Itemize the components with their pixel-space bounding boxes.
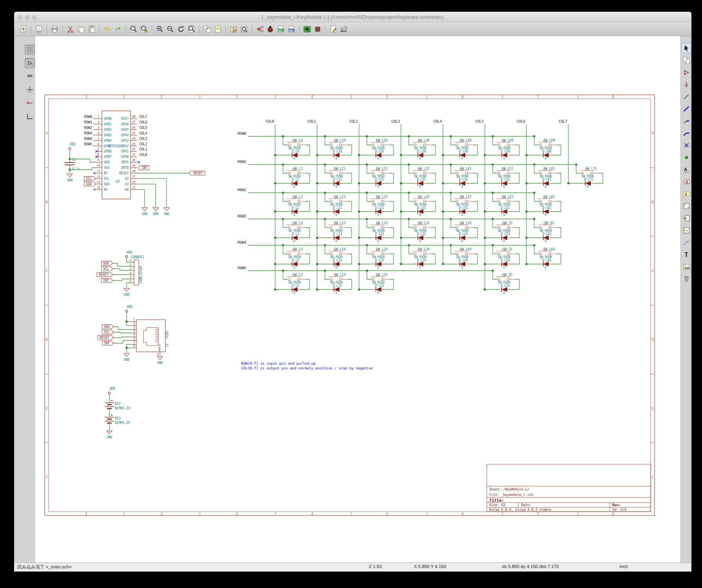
matrix-cell[interactable]: SW_L3SW_PUSHD_L3D bbox=[274, 218, 310, 243]
zoom-redraw-button[interactable] bbox=[176, 24, 186, 34]
tool-delete-item-button[interactable] bbox=[682, 274, 691, 284]
matrix-cell[interactable]: SW_L2SW_PUSHD_L2D bbox=[274, 192, 310, 217]
tool-import-sheet-pin-button[interactable] bbox=[682, 213, 691, 223]
tool-place-bus-button[interactable] bbox=[682, 104, 691, 114]
tool-place-junction-button[interactable] bbox=[682, 152, 691, 162]
zoom-fit-button[interactable] bbox=[186, 24, 197, 34]
matrix-cell[interactable]: SW_L40SW_PUSHD_L40D bbox=[442, 135, 477, 160]
matrix-cell[interactable]: SW_L4SW_PUSHD_L4D bbox=[274, 244, 310, 269]
zoom-in-button[interactable] bbox=[154, 24, 165, 34]
find-replace-button[interactable] bbox=[139, 24, 149, 34]
connector-conbus1[interactable]: VDDCONBUS1CONN_01X06123456SDASCLRESETINT… bbox=[97, 250, 144, 297]
library-edit-button[interactable] bbox=[228, 24, 239, 34]
leave-sheet-button[interactable] bbox=[212, 24, 223, 34]
cut-button[interactable] bbox=[65, 24, 76, 34]
pcbnew-button[interactable] bbox=[302, 24, 312, 34]
matrix-cell[interactable]: SW_L14SW_PUSHD_L14D bbox=[316, 244, 352, 269]
matrix-cell[interactable]: SW_L20SW_PUSHD_L20D bbox=[358, 135, 394, 160]
schematic-canvas[interactable]: 1122334455667788AABBCCDDEEFFU2GPB5MCP230… bbox=[35, 36, 680, 572]
matrix-cell[interactable]: SW_L0SW_PUSHD_L0D bbox=[274, 135, 310, 160]
copy-button[interactable] bbox=[76, 24, 86, 34]
schematic-drawing[interactable]: 1122334455667788AABBCCDDEEFFU2GPB5MCP230… bbox=[35, 36, 680, 572]
units-inch-button[interactable]: In bbox=[25, 58, 35, 68]
bom-button[interactable]: BOM bbox=[286, 24, 297, 34]
zoom-out-button[interactable] bbox=[165, 24, 176, 34]
matrix-cell[interactable]: SW_L41SW_PUSHD_L41D bbox=[442, 163, 477, 188]
matrix-cell[interactable]: SW_L42SW_PUSHD_L42D bbox=[442, 192, 477, 217]
tool-place-image-button[interactable] bbox=[682, 262, 691, 271]
matrix-cell[interactable]: SW_L15SW_PUSHD_L15D bbox=[316, 270, 352, 295]
netlist-button[interactable]: NET bbox=[276, 24, 286, 34]
matrix-cell[interactable]: SW_63SW_PUSHD_L63D bbox=[525, 218, 561, 243]
tool-graphic-line-button[interactable] bbox=[682, 237, 691, 247]
matrix-cell[interactable]: SW_L13SW_PUSHD_L13D bbox=[316, 218, 352, 243]
tool-wire-to-bus-button[interactable] bbox=[682, 116, 691, 126]
redo-button[interactable] bbox=[112, 24, 123, 34]
matrix-cell[interactable]: SW_L62SW_PUSHD_L62D bbox=[525, 192, 561, 217]
matrix-cell[interactable]: SW_L31SW_PUSHD_L31D bbox=[400, 163, 435, 188]
matrix-cell[interactable]: SW_L33SW_PUSHD_L33D bbox=[400, 218, 435, 243]
cvpcb-button[interactable] bbox=[312, 24, 323, 34]
matrix-cell[interactable]: SW_L24SW_PUSHD_L24D bbox=[358, 244, 394, 269]
matrix-cell[interactable]: SW_L22SW_PUSHD_L22D bbox=[358, 192, 394, 217]
tool-cursor-button[interactable] bbox=[682, 43, 691, 53]
matrix-cell[interactable]: SW_53SW_PUSHD_L53D bbox=[484, 218, 519, 243]
matrix-cell[interactable]: SW_L30SW_PUSHD_L30D bbox=[400, 135, 435, 160]
find-button[interactable] bbox=[128, 24, 139, 34]
matrix-cell[interactable]: SW_L1SW_PUSHD_L1D bbox=[274, 163, 310, 188]
tool-global-label-button[interactable]: A bbox=[682, 177, 691, 186]
annotate-button[interactable]: U?A123 bbox=[254, 24, 265, 34]
matrix-cell[interactable]: SW_54SW_PUSHD_L54D bbox=[484, 244, 519, 269]
matrix-cell[interactable]: SW_L11SW_PUSHD_L11D bbox=[316, 163, 352, 188]
save-button[interactable] bbox=[18, 24, 29, 34]
back-annotate-button[interactable]: BACK bbox=[339, 24, 349, 34]
matrix-cell[interactable]: SW_L50SW_PUSHD_L50D bbox=[484, 135, 519, 160]
tool-hierarchical-label-button[interactable]: A bbox=[682, 189, 691, 199]
matrix-cell[interactable]: SW_L10SW_PUSHD_L10D bbox=[316, 135, 352, 160]
matrix-cell[interactable]: SW_L44SW_PUSHD_L44D bbox=[442, 244, 477, 269]
key-matrix[interactable]: COL0COL1COL2COL3COL4COL5COL6COL7ROW0ROW1… bbox=[238, 119, 603, 295]
matrix-cell[interactable]: SW_L64SW_PUSHD_L64D bbox=[525, 244, 561, 269]
tool-hierarchical-sheet-button[interactable] bbox=[682, 201, 691, 211]
matrix-cell[interactable]: SW_L25SW_PUSHD_L25D bbox=[358, 270, 394, 295]
hidden-pins-button[interactable] bbox=[25, 98, 35, 108]
units-mm-button[interactable]: mm bbox=[25, 71, 35, 81]
paste-button[interactable] bbox=[86, 24, 97, 34]
battery-stack[interactable]: VDD+BT2NiMH1.2V+BT3NiMH1.2VGND bbox=[105, 387, 130, 439]
matrix-cell[interactable]: SW_L60SW_PUSHD_L60D bbox=[525, 135, 561, 160]
matrix-cell[interactable]: SW_L23SW_PUSHD_L23D bbox=[358, 218, 394, 243]
tool-no-connect-button[interactable] bbox=[682, 140, 691, 150]
edit-footprints-button[interactable] bbox=[328, 24, 339, 34]
hierarchy-nav-button[interactable] bbox=[202, 24, 212, 34]
matrix-cell[interactable]: SW_L5SW_PUSHD_L5D bbox=[274, 270, 310, 295]
ic-mcp23017[interactable]: U2GPB5MCP230171GPB0ROW02GPB1ROW13GPB2ROW… bbox=[65, 111, 205, 216]
matrix-cell[interactable]: SW_55SW_PUSHD_L55D bbox=[484, 270, 519, 295]
undo-button[interactable] bbox=[102, 24, 112, 34]
tool-place-component-button[interactable] bbox=[682, 67, 691, 77]
matrix-cell[interactable]: SW_L43SW_PUSHD_L43D bbox=[442, 218, 477, 243]
matrix-cell[interactable]: SW_L51SW_PUSHD_L51D bbox=[484, 163, 519, 188]
matrix-cell[interactable]: SW_L71SW_PUSHD_L71D bbox=[567, 163, 603, 188]
print-button[interactable] bbox=[49, 24, 60, 34]
tool-place-power-button[interactable] bbox=[682, 80, 691, 89]
matrix-cell[interactable]: SW_L21SW_PUSHD_L21D bbox=[358, 163, 394, 188]
grid-visibility-button[interactable] bbox=[25, 45, 35, 55]
matrix-cell[interactable]: SW_L12SW_PUSHD_L12D bbox=[316, 192, 352, 217]
tool-place-sheet-pin-button[interactable] bbox=[682, 225, 691, 235]
page-settings-button[interactable] bbox=[34, 24, 44, 34]
matrix-cell[interactable]: SW_L32SW_PUSHD_L32D bbox=[400, 192, 435, 217]
tool-net-label-button[interactable]: A bbox=[682, 165, 691, 174]
title-bar[interactable]: [ _keymodule_l /KeyModule-L/] (/Users/ch… bbox=[14, 12, 691, 23]
tool-place-text-button[interactable]: T bbox=[682, 250, 691, 259]
cursor-shape-button[interactable] bbox=[25, 85, 35, 95]
erc-button[interactable] bbox=[265, 24, 276, 34]
library-browse-button[interactable] bbox=[239, 24, 249, 34]
hv-orientation-button[interactable] bbox=[25, 111, 35, 121]
matrix-cell[interactable]: SW_L61SW_PUSHD_L61D bbox=[525, 163, 561, 188]
matrix-cell[interactable]: SW_L52SW_PUSHD_L52D bbox=[484, 192, 519, 217]
tool-hierarchy-navigator-button[interactable] bbox=[682, 55, 691, 65]
tool-bus-to-bus-button[interactable] bbox=[682, 128, 691, 138]
tool-place-wire-button[interactable] bbox=[682, 92, 691, 101]
connector-rj45[interactable]: VDD12345678SDASCLRESETINTGNDRJ45J1SHIELD… bbox=[98, 305, 169, 365]
matrix-cell[interactable]: SW_L34SW_PUSHD_L34D bbox=[400, 244, 435, 269]
